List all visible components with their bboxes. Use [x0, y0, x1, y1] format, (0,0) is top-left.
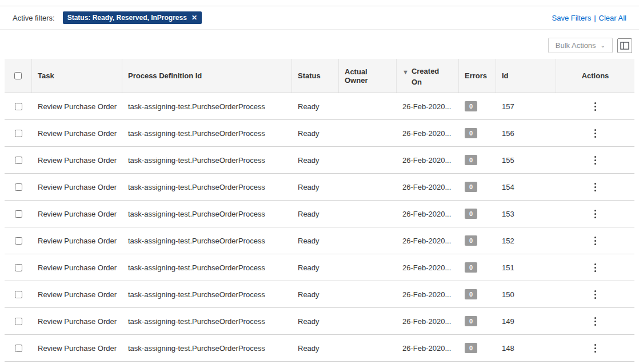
kebab-menu-icon[interactable]: [591, 100, 600, 113]
id-cell: 151: [496, 254, 556, 281]
status-cell: Ready: [292, 93, 339, 119]
row-checkbox-cell: [5, 308, 32, 334]
status-cell: Ready: [292, 147, 339, 173]
actions-cell: [556, 227, 634, 254]
chip-close-icon[interactable]: ✕: [191, 14, 197, 21]
id-cell: 149: [496, 308, 556, 334]
column-header-actual-owner[interactable]: Actual Owner: [339, 59, 397, 93]
table-row: Review Purchase Order task-assigning-tes…: [5, 201, 634, 227]
row-checkbox[interactable]: [15, 103, 22, 110]
column-picker-button[interactable]: [617, 38, 632, 53]
actual-owner-cell: [339, 335, 397, 361]
active-filters-label: Active filters:: [13, 14, 55, 22]
row-checkbox-cell: [5, 227, 32, 254]
links-separator: |: [594, 14, 596, 22]
errors-badge: 0: [465, 289, 477, 299]
row-checkbox[interactable]: [15, 183, 22, 191]
clear-all-link[interactable]: Clear All: [599, 14, 626, 22]
errors-cell: 0: [459, 254, 496, 281]
actual-owner-cell: [339, 227, 397, 254]
actual-owner-cell: [339, 174, 397, 200]
kebab-menu-icon[interactable]: [591, 154, 600, 167]
row-checkbox[interactable]: [15, 237, 22, 245]
process-definition-cell: task-assigning-test.PurchseOrderProcess: [122, 147, 292, 173]
table-row: Review Purchase Order task-assigning-tes…: [5, 174, 634, 201]
column-header-errors[interactable]: Errors: [459, 59, 496, 93]
kebab-menu-icon[interactable]: [591, 315, 600, 328]
row-checkbox[interactable]: [15, 345, 22, 352]
actions-cell: [556, 93, 634, 119]
row-checkbox-cell: [5, 174, 32, 200]
actions-cell: [556, 147, 634, 173]
status-cell: Ready: [292, 254, 339, 281]
row-checkbox-cell: [5, 93, 32, 119]
actual-owner-cell: [339, 120, 397, 146]
created-on-cell: 26-Feb-2020...: [397, 120, 459, 146]
row-checkbox[interactable]: [15, 264, 22, 271]
kebab-menu-icon[interactable]: [591, 127, 600, 140]
table-body: Review Purchase Order task-assigning-tes…: [5, 93, 634, 362]
task-cell: Review Purchase Order: [32, 174, 122, 200]
task-cell: Review Purchase Order: [32, 308, 122, 334]
actions-cell: [556, 120, 634, 146]
table-row: Review Purchase Order task-assigning-tes…: [5, 120, 634, 147]
process-definition-cell: task-assigning-test.PurchseOrderProcess: [122, 308, 292, 334]
sort-desc-icon: ▼: [402, 69, 409, 75]
process-definition-cell: task-assigning-test.PurchseOrderProcess: [122, 120, 292, 146]
bulk-actions-dropdown[interactable]: Bulk Actions ⌄: [548, 38, 613, 53]
errors-badge: 0: [465, 155, 477, 165]
process-definition-cell: task-assigning-test.PurchseOrderProcess: [122, 174, 292, 200]
id-cell: 152: [496, 227, 556, 254]
select-all-checkbox[interactable]: [14, 72, 22, 79]
table-row: Review Purchase Order task-assigning-tes…: [5, 281, 634, 308]
column-header-process-definition-id[interactable]: Process Definition Id: [122, 59, 292, 93]
actions-cell: [556, 281, 634, 307]
status-cell: Ready: [292, 281, 339, 307]
row-checkbox[interactable]: [15, 157, 22, 164]
created-on-cell: 26-Feb-2020...: [397, 174, 459, 200]
actual-owner-cell: [339, 201, 397, 227]
actual-owner-cell: [339, 93, 397, 119]
status-cell: Ready: [292, 174, 339, 200]
row-checkbox[interactable]: [15, 210, 22, 218]
kebab-menu-icon[interactable]: [591, 288, 600, 301]
task-cell: Review Purchase Order: [32, 93, 122, 119]
created-on-cell: 26-Feb-2020...: [397, 93, 459, 119]
row-checkbox[interactable]: [15, 318, 22, 325]
errors-cell: 0: [459, 281, 496, 307]
created-on-cell: 26-Feb-2020...: [397, 147, 459, 173]
kebab-menu-icon[interactable]: [591, 261, 600, 274]
table-row: Review Purchase Order task-assigning-tes…: [5, 254, 634, 281]
actual-owner-cell: [339, 147, 397, 173]
errors-badge: 0: [465, 262, 477, 273]
created-on-cell: 26-Feb-2020...: [397, 281, 459, 307]
column-header-created-on[interactable]: ▼ Created On: [397, 59, 459, 93]
process-definition-cell: task-assigning-test.PurchseOrderProcess: [122, 201, 292, 227]
actual-owner-cell: [339, 281, 397, 307]
task-cell: Review Purchase Order: [32, 120, 122, 146]
column-header-task[interactable]: Task: [32, 59, 122, 93]
kebab-menu-icon[interactable]: [591, 342, 600, 355]
kebab-menu-icon[interactable]: [591, 207, 600, 221]
id-cell: 157: [496, 93, 556, 119]
column-header-id[interactable]: Id: [496, 59, 556, 93]
id-cell: 148: [496, 335, 556, 361]
process-definition-cell: task-assigning-test.PurchseOrderProcess: [122, 254, 292, 281]
created-on-cell: 26-Feb-2020...: [397, 308, 459, 334]
table-row: Review Purchase Order task-assigning-tes…: [5, 227, 634, 254]
task-cell: Review Purchase Order: [32, 254, 122, 281]
row-checkbox[interactable]: [15, 130, 22, 137]
errors-cell: 0: [459, 147, 496, 173]
status-cell: Ready: [292, 120, 339, 146]
row-checkbox[interactable]: [15, 291, 22, 298]
kebab-menu-icon[interactable]: [591, 234, 600, 247]
id-cell: 155: [496, 147, 556, 173]
errors-badge: 0: [465, 182, 477, 192]
save-filters-link[interactable]: Save Filters: [552, 14, 592, 22]
column-header-status[interactable]: Status: [292, 59, 339, 93]
kebab-menu-icon[interactable]: [591, 181, 600, 194]
errors-cell: 0: [459, 174, 496, 200]
errors-cell: 0: [459, 201, 496, 227]
errors-badge: 0: [465, 316, 477, 326]
table-row: Review Purchase Order task-assigning-tes…: [5, 335, 634, 362]
